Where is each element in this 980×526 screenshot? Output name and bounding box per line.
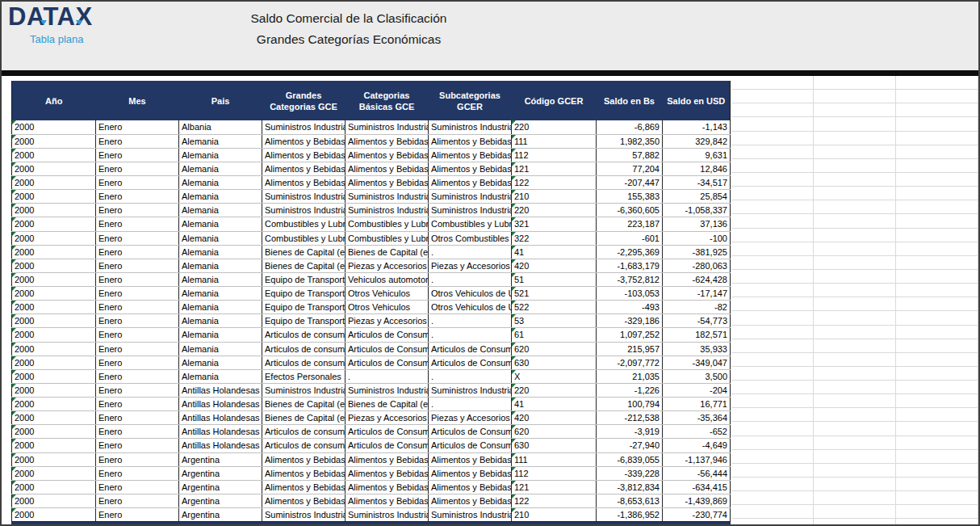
cell-saldo-usd[interactable]: -1,143 [663, 120, 731, 134]
cell-grandes-gce[interactable]: Bienes de Capital (ex [262, 398, 346, 411]
cell-codigo-gcer[interactable]: 112 [512, 466, 597, 480]
cell-saldo-usd[interactable]: -652 [663, 425, 731, 439]
column-header-grandes-gce[interactable]: Grandes Categorias GCE [262, 81, 346, 120]
column-header-pais[interactable]: Pais [179, 81, 262, 120]
cell-codigo-gcer[interactable]: 210 [512, 190, 597, 204]
cell-pais[interactable]: Albania [179, 120, 262, 134]
cell-codigo-gcer[interactable]: 620 [512, 342, 597, 356]
cell-saldo-usd[interactable]: -100 [663, 231, 731, 245]
cell-pais[interactable]: Alemania [179, 217, 262, 231]
cell-ano[interactable]: 2000 [12, 287, 96, 301]
cell-ano[interactable]: 2000 [12, 120, 96, 134]
cell-ano[interactable]: 2000 [12, 342, 96, 356]
column-header-saldo-usd[interactable]: Saldo en USD [663, 81, 731, 120]
cell-saldo-usd[interactable]: 37,136 [663, 217, 731, 231]
cell-ano[interactable]: 2000 [12, 176, 96, 190]
cell-saldo-bs[interactable]: 215,957 [597, 342, 663, 356]
cell-codigo-gcer[interactable]: 321 [512, 217, 597, 231]
cell-basicas-gce[interactable]: Otros Vehiculos [346, 287, 429, 301]
cell-saldo-bs[interactable]: -339,228 [597, 466, 663, 480]
cell-subcategorias-gcer[interactable]: Alimentos y Bebidas B [429, 134, 512, 148]
cell-grandes-gce[interactable]: Alimentos y Bebidas [262, 134, 346, 148]
cell-basicas-gce[interactable]: Articulos de Consum [346, 425, 429, 439]
cell-mes[interactable]: Enero [96, 259, 179, 272]
cell-subcategorias-gcer[interactable]: Alimentos y Bebidas B [429, 162, 512, 175]
cell-subcategorias-gcer[interactable]: Articulos de Consum [429, 342, 512, 356]
cell-mes[interactable]: Enero [96, 466, 179, 480]
cell-saldo-usd[interactable]: -624,428 [663, 272, 731, 286]
cell-mes[interactable]: Enero [96, 439, 179, 452]
cell-saldo-bs[interactable]: -6,869 [597, 120, 663, 134]
cell-basicas-gce[interactable]: Alimentos y Bebidas B [346, 134, 429, 148]
cell-grandes-gce[interactable]: Efectos Personales [262, 369, 346, 383]
cell-mes[interactable]: Enero [96, 272, 179, 286]
cell-saldo-bs[interactable]: -601 [597, 231, 663, 245]
cell-saldo-bs[interactable]: 1,097,252 [597, 328, 663, 342]
cell-basicas-gce[interactable]: Piezas y Accesorios d [346, 314, 429, 328]
cell-basicas-gce[interactable]: Alimentos y Bebidas B [346, 452, 429, 466]
cell-codigo-gcer[interactable]: 112 [512, 148, 597, 162]
cell-subcategorias-gcer[interactable]: Alimentos y Bebidas B [429, 494, 512, 507]
cell-saldo-bs[interactable]: 57,882 [597, 148, 663, 162]
cell-ano[interactable]: 2000 [12, 356, 96, 369]
cell-grandes-gce[interactable]: Alimentos y Bebidas [262, 176, 346, 190]
cell-ano[interactable]: 2000 [12, 439, 96, 452]
cell-pais[interactable]: Alemania [179, 356, 262, 369]
cell-basicas-gce[interactable]: Suministros Industrial [346, 120, 429, 134]
cell-codigo-gcer[interactable]: 220 [512, 120, 597, 134]
cell-saldo-bs[interactable]: -8,653,613 [597, 494, 663, 507]
cell-pais[interactable]: Argentina [179, 508, 262, 522]
cell-saldo-bs[interactable]: 155,383 [597, 190, 663, 204]
cell-mes[interactable]: Enero [96, 494, 179, 507]
cell-saldo-bs[interactable]: -212,538 [597, 411, 663, 425]
cell-ano[interactable]: 2000 [12, 508, 96, 522]
column-header-codigo-gcer[interactable]: Código GCER [512, 81, 597, 120]
cell-codigo-gcer[interactable]: 121 [512, 162, 597, 175]
cell-subcategorias-gcer[interactable]: . [429, 245, 512, 259]
cell-grandes-gce[interactable]: Alimentos y Bebidas [262, 480, 346, 494]
cell-saldo-bs[interactable]: -1,386,952 [597, 508, 663, 522]
cell-mes[interactable]: Enero [96, 148, 179, 162]
cell-mes[interactable]: Enero [96, 176, 179, 190]
cell-subcategorias-gcer[interactable]: . [429, 328, 512, 342]
cell-ano[interactable]: 2000 [12, 162, 96, 175]
cell-codigo-gcer[interactable]: 61 [512, 328, 597, 342]
cell-saldo-bs[interactable]: 100,794 [597, 398, 663, 411]
cell-basicas-gce[interactable]: Alimentos y Bebidas B [346, 162, 429, 175]
cell-grandes-gce[interactable]: Bienes de Capital (ex [262, 259, 346, 272]
cell-subcategorias-gcer[interactable]: Suministros Industrial [429, 190, 512, 204]
cell-ano[interactable]: 2000 [12, 383, 96, 397]
cell-subcategorias-gcer[interactable]: Combustibles y Lubri [429, 217, 512, 231]
cell-saldo-usd[interactable]: -17,147 [663, 287, 731, 301]
cell-grandes-gce[interactable]: Articulos de consumo [262, 328, 346, 342]
cell-grandes-gce[interactable]: Alimentos y Bebidas [262, 494, 346, 507]
cell-basicas-gce[interactable]: Articulos de Consum [346, 342, 429, 356]
cell-ano[interactable]: 2000 [12, 190, 96, 204]
cell-pais[interactable]: Antillas Holandesas [179, 383, 262, 397]
cell-grandes-gce[interactable]: Articulos de consumo [262, 425, 346, 439]
cell-basicas-gce[interactable]: Vehiculos automotore [346, 272, 429, 286]
cell-saldo-bs[interactable]: -2,097,772 [597, 356, 663, 369]
cell-saldo-usd[interactable]: -230,774 [663, 508, 731, 522]
cell-codigo-gcer[interactable]: 630 [512, 439, 597, 452]
cell-saldo-usd[interactable]: -56,444 [663, 466, 731, 480]
cell-saldo-usd[interactable]: -381,925 [663, 245, 731, 259]
cell-ano[interactable]: 2000 [12, 301, 96, 314]
cell-pais[interactable]: Alemania [179, 272, 262, 286]
cell-subcategorias-gcer[interactable]: Alimentos y Bebidas B [429, 148, 512, 162]
cell-pais[interactable]: Alemania [179, 245, 262, 259]
cell-pais[interactable]: Alemania [179, 176, 262, 190]
cell-codigo-gcer[interactable]: 53 [512, 314, 597, 328]
cell-pais[interactable]: Alemania [179, 148, 262, 162]
cell-basicas-gce[interactable]: Articulos de Consum [346, 439, 429, 452]
cell-saldo-usd[interactable]: -349,047 [663, 356, 731, 369]
cell-codigo-gcer[interactable]: 41 [512, 398, 597, 411]
cell-subcategorias-gcer[interactable]: . [429, 369, 512, 383]
cell-basicas-gce[interactable]: Bienes de Capital (ex [346, 398, 429, 411]
cell-saldo-bs[interactable]: 21,035 [597, 369, 663, 383]
cell-codigo-gcer[interactable]: 522 [512, 301, 597, 314]
cell-codigo-gcer[interactable]: 111 [512, 452, 597, 466]
cell-subcategorias-gcer[interactable]: Piezas y Accesorios [429, 411, 512, 425]
cell-basicas-gce[interactable]: Alimentos y Bebidas B [346, 148, 429, 162]
cell-mes[interactable]: Enero [96, 398, 179, 411]
